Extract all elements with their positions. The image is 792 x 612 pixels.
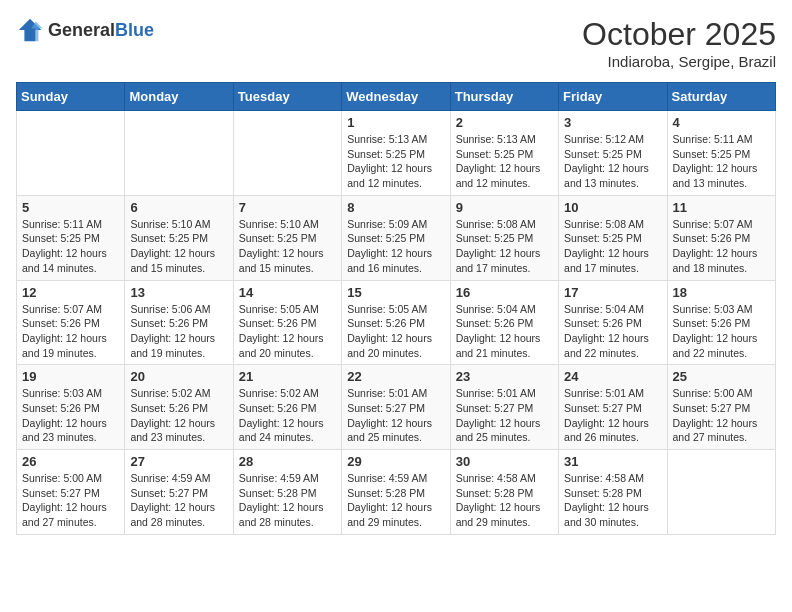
table-row: 29Sunrise: 4:59 AM Sunset: 5:28 PM Dayli… [342,450,450,535]
cell-info: Sunrise: 5:04 AM Sunset: 5:26 PM Dayligh… [564,302,661,361]
cell-info: Sunrise: 5:13 AM Sunset: 5:25 PM Dayligh… [456,132,553,191]
table-row: 14Sunrise: 5:05 AM Sunset: 5:26 PM Dayli… [233,280,341,365]
logo-general-text: General [48,20,115,41]
cell-info: Sunrise: 5:12 AM Sunset: 5:25 PM Dayligh… [564,132,661,191]
col-wednesday: Wednesday [342,83,450,111]
table-row: 7Sunrise: 5:10 AM Sunset: 5:25 PM Daylig… [233,195,341,280]
table-row: 9Sunrise: 5:08 AM Sunset: 5:25 PM Daylig… [450,195,558,280]
logo: General Blue [16,16,154,44]
cell-day-number: 30 [456,454,553,469]
table-row: 21Sunrise: 5:02 AM Sunset: 5:26 PM Dayli… [233,365,341,450]
cell-info: Sunrise: 5:00 AM Sunset: 5:27 PM Dayligh… [673,386,770,445]
table-row: 8Sunrise: 5:09 AM Sunset: 5:25 PM Daylig… [342,195,450,280]
cell-day-number: 25 [673,369,770,384]
month-title: October 2025 [582,16,776,53]
table-row: 11Sunrise: 5:07 AM Sunset: 5:26 PM Dayli… [667,195,775,280]
cell-day-number: 19 [22,369,119,384]
cell-day-number: 1 [347,115,444,130]
cell-day-number: 17 [564,285,661,300]
table-row: 12Sunrise: 5:07 AM Sunset: 5:26 PM Dayli… [17,280,125,365]
cell-day-number: 18 [673,285,770,300]
cell-info: Sunrise: 5:01 AM Sunset: 5:27 PM Dayligh… [456,386,553,445]
cell-info: Sunrise: 5:06 AM Sunset: 5:26 PM Dayligh… [130,302,227,361]
cell-day-number: 9 [456,200,553,215]
table-row: 30Sunrise: 4:58 AM Sunset: 5:28 PM Dayli… [450,450,558,535]
calendar-week-row: 26Sunrise: 5:00 AM Sunset: 5:27 PM Dayli… [17,450,776,535]
cell-info: Sunrise: 5:01 AM Sunset: 5:27 PM Dayligh… [564,386,661,445]
cell-info: Sunrise: 5:11 AM Sunset: 5:25 PM Dayligh… [22,217,119,276]
col-thursday: Thursday [450,83,558,111]
calendar-week-row: 5Sunrise: 5:11 AM Sunset: 5:25 PM Daylig… [17,195,776,280]
calendar-table: Sunday Monday Tuesday Wednesday Thursday… [16,82,776,535]
table-row: 4Sunrise: 5:11 AM Sunset: 5:25 PM Daylig… [667,111,775,196]
cell-day-number: 13 [130,285,227,300]
table-row: 25Sunrise: 5:00 AM Sunset: 5:27 PM Dayli… [667,365,775,450]
cell-day-number: 11 [673,200,770,215]
table-row: 2Sunrise: 5:13 AM Sunset: 5:25 PM Daylig… [450,111,558,196]
cell-info: Sunrise: 5:04 AM Sunset: 5:26 PM Dayligh… [456,302,553,361]
cell-info: Sunrise: 5:08 AM Sunset: 5:25 PM Dayligh… [456,217,553,276]
cell-info: Sunrise: 5:05 AM Sunset: 5:26 PM Dayligh… [347,302,444,361]
cell-day-number: 12 [22,285,119,300]
cell-info: Sunrise: 5:03 AM Sunset: 5:26 PM Dayligh… [22,386,119,445]
cell-day-number: 8 [347,200,444,215]
cell-day-number: 2 [456,115,553,130]
cell-info: Sunrise: 5:01 AM Sunset: 5:27 PM Dayligh… [347,386,444,445]
cell-info: Sunrise: 5:10 AM Sunset: 5:25 PM Dayligh… [239,217,336,276]
cell-day-number: 5 [22,200,119,215]
cell-day-number: 16 [456,285,553,300]
cell-day-number: 31 [564,454,661,469]
cell-info: Sunrise: 4:59 AM Sunset: 5:28 PM Dayligh… [347,471,444,530]
logo-icon [16,16,44,44]
cell-info: Sunrise: 4:58 AM Sunset: 5:28 PM Dayligh… [564,471,661,530]
cell-day-number: 28 [239,454,336,469]
cell-day-number: 21 [239,369,336,384]
table-row: 5Sunrise: 5:11 AM Sunset: 5:25 PM Daylig… [17,195,125,280]
cell-info: Sunrise: 5:10 AM Sunset: 5:25 PM Dayligh… [130,217,227,276]
calendar-week-row: 19Sunrise: 5:03 AM Sunset: 5:26 PM Dayli… [17,365,776,450]
table-row: 15Sunrise: 5:05 AM Sunset: 5:26 PM Dayli… [342,280,450,365]
cell-info: Sunrise: 5:09 AM Sunset: 5:25 PM Dayligh… [347,217,444,276]
cell-info: Sunrise: 5:08 AM Sunset: 5:25 PM Dayligh… [564,217,661,276]
table-row: 28Sunrise: 4:59 AM Sunset: 5:28 PM Dayli… [233,450,341,535]
cell-info: Sunrise: 5:07 AM Sunset: 5:26 PM Dayligh… [673,217,770,276]
table-row: 23Sunrise: 5:01 AM Sunset: 5:27 PM Dayli… [450,365,558,450]
col-saturday: Saturday [667,83,775,111]
col-friday: Friday [559,83,667,111]
calendar-week-row: 1Sunrise: 5:13 AM Sunset: 5:25 PM Daylig… [17,111,776,196]
logo-blue-text: Blue [115,20,154,41]
cell-day-number: 14 [239,285,336,300]
table-row: 27Sunrise: 4:59 AM Sunset: 5:27 PM Dayli… [125,450,233,535]
cell-info: Sunrise: 4:58 AM Sunset: 5:28 PM Dayligh… [456,471,553,530]
table-row [17,111,125,196]
cell-day-number: 24 [564,369,661,384]
table-row: 22Sunrise: 5:01 AM Sunset: 5:27 PM Dayli… [342,365,450,450]
col-sunday: Sunday [17,83,125,111]
table-row: 20Sunrise: 5:02 AM Sunset: 5:26 PM Dayli… [125,365,233,450]
table-row: 13Sunrise: 5:06 AM Sunset: 5:26 PM Dayli… [125,280,233,365]
cell-day-number: 4 [673,115,770,130]
table-row: 26Sunrise: 5:00 AM Sunset: 5:27 PM Dayli… [17,450,125,535]
table-row: 6Sunrise: 5:10 AM Sunset: 5:25 PM Daylig… [125,195,233,280]
col-monday: Monday [125,83,233,111]
cell-info: Sunrise: 5:11 AM Sunset: 5:25 PM Dayligh… [673,132,770,191]
cell-info: Sunrise: 4:59 AM Sunset: 5:27 PM Dayligh… [130,471,227,530]
table-row: 17Sunrise: 5:04 AM Sunset: 5:26 PM Dayli… [559,280,667,365]
cell-day-number: 6 [130,200,227,215]
table-row [125,111,233,196]
table-row: 10Sunrise: 5:08 AM Sunset: 5:25 PM Dayli… [559,195,667,280]
table-row [667,450,775,535]
cell-day-number: 27 [130,454,227,469]
cell-day-number: 7 [239,200,336,215]
col-tuesday: Tuesday [233,83,341,111]
table-row: 16Sunrise: 5:04 AM Sunset: 5:26 PM Dayli… [450,280,558,365]
table-row: 18Sunrise: 5:03 AM Sunset: 5:26 PM Dayli… [667,280,775,365]
title-block: October 2025 Indiaroba, Sergipe, Brazil [582,16,776,70]
cell-info: Sunrise: 5:02 AM Sunset: 5:26 PM Dayligh… [130,386,227,445]
table-row: 19Sunrise: 5:03 AM Sunset: 5:26 PM Dayli… [17,365,125,450]
table-row: 3Sunrise: 5:12 AM Sunset: 5:25 PM Daylig… [559,111,667,196]
location-title: Indiaroba, Sergipe, Brazil [582,53,776,70]
cell-info: Sunrise: 4:59 AM Sunset: 5:28 PM Dayligh… [239,471,336,530]
cell-day-number: 23 [456,369,553,384]
calendar-week-row: 12Sunrise: 5:07 AM Sunset: 5:26 PM Dayli… [17,280,776,365]
